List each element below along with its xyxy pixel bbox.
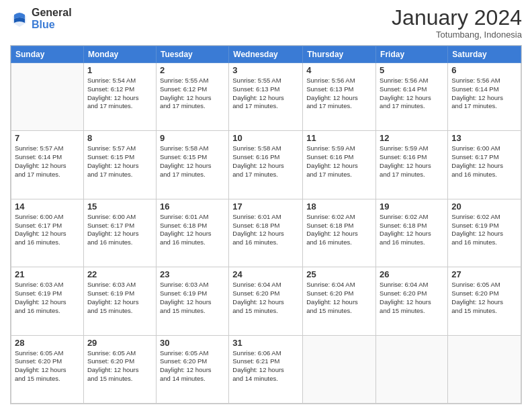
cell-info: Sunrise: 5:56 AMSunset: 6:14 PMDaylight:…: [380, 77, 444, 111]
day-number: 6: [451, 65, 517, 75]
calendar: Sunday Monday Tuesday Wednesday Thursday…: [10, 45, 522, 404]
day-number: 23: [160, 269, 225, 279]
header-tuesday: Tuesday: [156, 46, 228, 63]
header-friday: Friday: [376, 46, 448, 63]
cell-info: Sunrise: 6:01 AMSunset: 6:18 PMDaylight:…: [160, 213, 225, 247]
day-number: 3: [232, 65, 299, 75]
calendar-cell: 2Sunrise: 5:55 AMSunset: 6:12 PMDaylight…: [156, 63, 228, 131]
calendar-cell: 27Sunrise: 6:05 AMSunset: 6:20 PMDayligh…: [448, 267, 521, 335]
calendar-cell: 13Sunrise: 6:00 AMSunset: 6:17 PMDayligh…: [448, 131, 521, 199]
header: General Blue January 2024 Totumbang, Ind…: [10, 7, 522, 40]
calendar-cell: 31Sunrise: 6:06 AMSunset: 6:21 PMDayligh…: [229, 335, 303, 403]
day-number: 21: [15, 269, 80, 279]
day-number: 26: [380, 269, 444, 279]
day-number: 14: [15, 201, 80, 212]
calendar-cell: 10Sunrise: 5:58 AMSunset: 6:16 PMDayligh…: [229, 131, 303, 199]
header-monday: Monday: [83, 46, 156, 63]
cell-info: Sunrise: 6:03 AMSunset: 6:19 PMDaylight:…: [160, 281, 225, 315]
header-row: Sunday Monday Tuesday Wednesday Thursday…: [11, 46, 521, 63]
day-number: 27: [451, 269, 517, 279]
title-section: January 2024 Totumbang, Indonesia: [392, 7, 522, 40]
day-number: 11: [306, 133, 372, 143]
cell-info: Sunrise: 5:58 AMSunset: 6:16 PMDaylight:…: [232, 144, 299, 179]
calendar-cell: 29Sunrise: 6:05 AMSunset: 6:20 PMDayligh…: [83, 335, 156, 403]
logo: General Blue: [10, 7, 72, 30]
cell-info: Sunrise: 5:58 AMSunset: 6:15 PMDaylight:…: [160, 144, 225, 179]
logo-general-text: General: [32, 7, 72, 19]
calendar-cell: 7Sunrise: 5:57 AMSunset: 6:14 PMDaylight…: [11, 131, 84, 199]
day-number: 16: [160, 201, 225, 212]
cell-info: Sunrise: 6:00 AMSunset: 6:17 PMDaylight:…: [451, 144, 517, 179]
day-number: 1: [87, 65, 152, 75]
location-subtitle: Totumbang, Indonesia: [392, 30, 522, 40]
day-number: 19: [380, 201, 444, 212]
calendar-cell: 24Sunrise: 6:04 AMSunset: 6:20 PMDayligh…: [229, 267, 303, 335]
calendar-cell: 20Sunrise: 6:02 AMSunset: 6:19 PMDayligh…: [448, 199, 521, 267]
cell-info: Sunrise: 6:03 AMSunset: 6:19 PMDaylight:…: [15, 281, 80, 315]
calendar-cell: 25Sunrise: 6:04 AMSunset: 6:20 PMDayligh…: [303, 267, 376, 335]
cell-info: Sunrise: 6:00 AMSunset: 6:17 PMDaylight:…: [15, 213, 80, 247]
cell-info: Sunrise: 6:03 AMSunset: 6:19 PMDaylight:…: [87, 281, 152, 315]
calendar-cell: [376, 335, 448, 403]
calendar-cell: 14Sunrise: 6:00 AMSunset: 6:17 PMDayligh…: [11, 199, 84, 267]
week-row-4: 21Sunrise: 6:03 AMSunset: 6:19 PMDayligh…: [11, 267, 521, 335]
cell-info: Sunrise: 6:06 AMSunset: 6:21 PMDaylight:…: [232, 349, 299, 383]
month-title: January 2024: [392, 7, 522, 28]
cell-info: Sunrise: 6:02 AMSunset: 6:19 PMDaylight:…: [451, 213, 517, 247]
calendar-body: 1Sunrise: 5:54 AMSunset: 6:12 PMDaylight…: [11, 63, 521, 404]
day-number: 20: [451, 201, 517, 212]
calendar-header: Sunday Monday Tuesday Wednesday Thursday…: [11, 46, 521, 63]
calendar-cell: 19Sunrise: 6:02 AMSunset: 6:18 PMDayligh…: [376, 199, 448, 267]
calendar-cell: 6Sunrise: 5:56 AMSunset: 6:14 PMDaylight…: [448, 63, 521, 131]
header-sunday: Sunday: [11, 46, 84, 63]
calendar-cell: [448, 335, 521, 403]
week-row-3: 14Sunrise: 6:00 AMSunset: 6:17 PMDayligh…: [11, 199, 521, 267]
header-saturday: Saturday: [448, 46, 521, 63]
day-number: 5: [380, 65, 444, 75]
logo-text: General Blue: [32, 7, 72, 30]
day-number: 4: [306, 65, 372, 75]
calendar-cell: 4Sunrise: 5:56 AMSunset: 6:13 PMDaylight…: [303, 63, 376, 131]
calendar-cell: 30Sunrise: 6:05 AMSunset: 6:20 PMDayligh…: [156, 335, 228, 403]
day-number: 25: [306, 269, 372, 279]
day-number: 10: [232, 133, 299, 143]
calendar-cell: 22Sunrise: 6:03 AMSunset: 6:19 PMDayligh…: [83, 267, 156, 335]
cell-info: Sunrise: 6:04 AMSunset: 6:20 PMDaylight:…: [232, 281, 299, 315]
header-wednesday: Wednesday: [229, 46, 303, 63]
cell-info: Sunrise: 5:54 AMSunset: 6:12 PMDaylight:…: [87, 77, 152, 111]
day-number: 8: [87, 133, 152, 143]
calendar-table: Sunday Monday Tuesday Wednesday Thursday…: [11, 46, 521, 404]
cell-info: Sunrise: 6:05 AMSunset: 6:20 PMDaylight:…: [160, 349, 225, 383]
cell-info: Sunrise: 6:00 AMSunset: 6:17 PMDaylight:…: [87, 213, 152, 247]
calendar-cell: 5Sunrise: 5:56 AMSunset: 6:14 PMDaylight…: [376, 63, 448, 131]
calendar-cell: [11, 63, 84, 131]
day-number: 13: [451, 133, 517, 143]
calendar-cell: 26Sunrise: 6:04 AMSunset: 6:20 PMDayligh…: [376, 267, 448, 335]
day-number: 22: [87, 269, 152, 279]
day-number: 15: [87, 201, 152, 212]
week-row-5: 28Sunrise: 6:05 AMSunset: 6:20 PMDayligh…: [11, 335, 521, 403]
calendar-cell: 17Sunrise: 6:01 AMSunset: 6:18 PMDayligh…: [229, 199, 303, 267]
page: General Blue January 2024 Totumbang, Ind…: [0, 0, 532, 411]
day-number: 12: [380, 133, 444, 143]
calendar-cell: 11Sunrise: 5:59 AMSunset: 6:16 PMDayligh…: [303, 131, 376, 199]
logo-icon: [10, 9, 29, 28]
cell-info: Sunrise: 6:02 AMSunset: 6:18 PMDaylight:…: [306, 213, 372, 247]
cell-info: Sunrise: 6:02 AMSunset: 6:18 PMDaylight:…: [380, 213, 444, 247]
calendar-cell: 15Sunrise: 6:00 AMSunset: 6:17 PMDayligh…: [83, 199, 156, 267]
cell-info: Sunrise: 6:05 AMSunset: 6:20 PMDaylight:…: [15, 349, 80, 383]
calendar-cell: 12Sunrise: 5:59 AMSunset: 6:16 PMDayligh…: [376, 131, 448, 199]
day-number: 9: [160, 133, 225, 143]
cell-info: Sunrise: 5:55 AMSunset: 6:13 PMDaylight:…: [232, 77, 299, 111]
calendar-cell: 3Sunrise: 5:55 AMSunset: 6:13 PMDaylight…: [229, 63, 303, 131]
calendar-cell: 18Sunrise: 6:02 AMSunset: 6:18 PMDayligh…: [303, 199, 376, 267]
calendar-cell: 8Sunrise: 5:57 AMSunset: 6:15 PMDaylight…: [83, 131, 156, 199]
header-thursday: Thursday: [303, 46, 376, 63]
day-number: 30: [160, 338, 225, 348]
cell-info: Sunrise: 5:59 AMSunset: 6:16 PMDaylight:…: [380, 144, 444, 179]
day-number: 7: [15, 133, 80, 143]
cell-info: Sunrise: 5:59 AMSunset: 6:16 PMDaylight:…: [306, 144, 372, 179]
day-number: 18: [306, 201, 372, 212]
cell-info: Sunrise: 6:04 AMSunset: 6:20 PMDaylight:…: [380, 281, 444, 315]
calendar-cell: 16Sunrise: 6:01 AMSunset: 6:18 PMDayligh…: [156, 199, 228, 267]
